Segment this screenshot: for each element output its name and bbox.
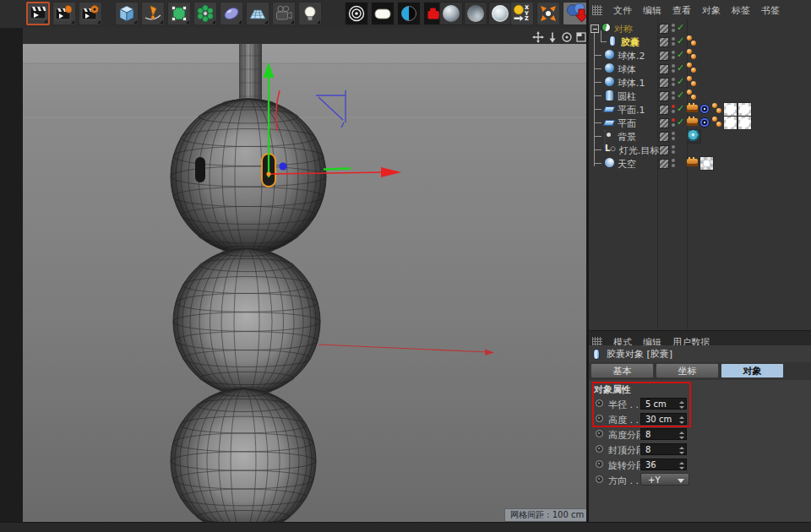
tab-object[interactable]: 对象 [721, 363, 784, 378]
cube-primitive-button[interactable] [115, 2, 139, 25]
material-sphere-glossy-button[interactable] [464, 2, 487, 25]
keyframe-circle-icon[interactable] [596, 475, 603, 483]
rotate-icon[interactable] [561, 31, 573, 43]
layer-square-icon[interactable] [659, 64, 669, 74]
visibility-dots[interactable] [672, 64, 675, 73]
spinner-icon[interactable] [678, 462, 684, 470]
om-row-sky[interactable]: 天空 [589, 156, 811, 170]
visibility-dots-hidden[interactable] [672, 105, 675, 113]
om-menu-object[interactable]: 对象 [702, 4, 721, 17]
layer-square-icon[interactable] [659, 91, 669, 101]
layer-square-icon[interactable] [659, 105, 669, 115]
om-row-symmetry[interactable]: 对称 [589, 21, 811, 35]
render-region-button[interactable] [52, 2, 76, 25]
axis-modify-button[interactable] [536, 2, 560, 25]
enable-check-icon[interactable] [677, 103, 687, 114]
protection-tag-icon[interactable] [699, 104, 710, 114]
target-light-button[interactable] [345, 2, 368, 25]
height-input[interactable]: 30 cm [640, 413, 687, 425]
enable-check-icon[interactable] [677, 22, 687, 33]
enable-check-icon[interactable] [677, 117, 687, 128]
layer-square-icon[interactable] [659, 132, 669, 142]
layer-square-icon[interactable] [659, 159, 669, 169]
light-button[interactable] [298, 2, 322, 25]
viewport-3d[interactable] [23, 44, 586, 522]
om-row-cylinder[interactable]: 圆柱 [589, 89, 811, 102]
texture-tag-icon[interactable] [723, 102, 738, 117]
floor-button[interactable] [246, 2, 269, 25]
texture-tag-teal-icon[interactable] [687, 129, 701, 144]
coordinates-button[interactable]: X Y Z [510, 2, 534, 25]
om-row-sphere1[interactable]: 球体.1 [589, 75, 811, 89]
keyframe-circle-icon[interactable] [596, 430, 603, 437]
spinner-icon[interactable] [678, 401, 684, 409]
tab-coordinates[interactable]: 坐标 [656, 363, 719, 378]
contrast-button[interactable] [397, 2, 421, 25]
height-segments-input[interactable]: 8 [640, 428, 687, 440]
dolly-icon[interactable] [547, 31, 558, 43]
maximize-icon[interactable] [575, 31, 587, 43]
om-row-sphere2[interactable]: 球体.2 [589, 48, 811, 62]
orientation-dropdown[interactable]: +Y [640, 473, 689, 486]
enable-check-icon[interactable] [677, 49, 687, 60]
visibility-dots[interactable] [672, 51, 675, 59]
visibility-dots[interactable] [672, 145, 675, 154]
keyframe-circle-icon[interactable] [596, 399, 603, 407]
layer-square-icon[interactable] [659, 145, 669, 155]
texture-tag-icon[interactable] [723, 116, 738, 130]
compositing-tag-icon[interactable] [687, 105, 698, 112]
protection-tag-icon[interactable] [699, 117, 710, 128]
om-row-background[interactable]: 背景 [589, 129, 811, 143]
om-menu-view[interactable]: 查看 [672, 4, 691, 17]
om-row-plane1[interactable]: 平面.1 [589, 102, 811, 116]
layer-square-icon[interactable] [659, 78, 669, 88]
tab-basic[interactable]: 基本 [591, 363, 654, 378]
expand-minus-icon[interactable] [591, 24, 599, 33]
enable-check-icon[interactable] [677, 76, 687, 87]
radius-input[interactable]: 5 cm [640, 398, 687, 410]
area-light-button[interactable] [371, 2, 395, 25]
cap-segments-input[interactable]: 8 [640, 443, 687, 455]
enable-check-icon[interactable] [677, 35, 687, 46]
layer-square-icon[interactable] [659, 37, 669, 47]
phong-tag-icon[interactable] [712, 117, 722, 128]
visibility-dots-hidden[interactable] [672, 118, 675, 127]
phong-tag-icon[interactable] [687, 62, 697, 73]
render-settings-button[interactable] [79, 2, 102, 25]
spinner-icon[interactable] [678, 447, 684, 454]
visibility-dots[interactable] [672, 91, 675, 100]
rotation-segments-input[interactable]: 36 [640, 459, 687, 470]
layer-square-icon[interactable] [659, 51, 669, 61]
material-sphere-glass-button[interactable] [488, 2, 512, 25]
visibility-dots[interactable] [672, 159, 675, 167]
layer-square-icon[interactable] [659, 24, 669, 34]
phong-tag-icon[interactable] [687, 35, 697, 46]
phong-tag-icon[interactable] [712, 103, 722, 114]
visibility-dots[interactable] [672, 37, 675, 46]
manager-grid-icon[interactable] [592, 5, 602, 15]
array-generator-button[interactable] [193, 2, 217, 25]
enable-check-icon[interactable] [677, 90, 687, 100]
enable-check-icon[interactable] [677, 62, 687, 73]
spline-pen-button[interactable] [141, 2, 165, 25]
camera-button[interactable] [272, 2, 296, 25]
texture-tag-sky-icon[interactable] [699, 156, 714, 171]
om-menu-bookmark[interactable]: 书签 [761, 4, 780, 17]
om-row-sphere[interactable]: 球体 [589, 62, 811, 75]
om-menu-file[interactable]: 文件 [613, 4, 632, 17]
metaball-button[interactable] [220, 2, 243, 25]
om-row-plane[interactable]: 平面 [589, 116, 811, 129]
phong-tag-icon[interactable] [687, 90, 697, 100]
compositing-tag-icon[interactable] [687, 159, 698, 166]
om-menu-edit[interactable]: 编辑 [643, 4, 661, 17]
visibility-dots[interactable] [672, 132, 675, 140]
render-view-button[interactable] [26, 2, 50, 25]
spinner-icon[interactable] [678, 416, 684, 424]
phong-tag-icon[interactable] [687, 49, 697, 60]
keyframe-circle-icon[interactable] [596, 415, 603, 422]
pan-icon[interactable] [532, 31, 544, 43]
visibility-dots[interactable] [672, 78, 675, 86]
keyframe-circle-icon[interactable] [596, 460, 603, 468]
gizmo-z-handle[interactable] [280, 163, 287, 171]
subdivision-surface-button[interactable] [167, 2, 191, 25]
